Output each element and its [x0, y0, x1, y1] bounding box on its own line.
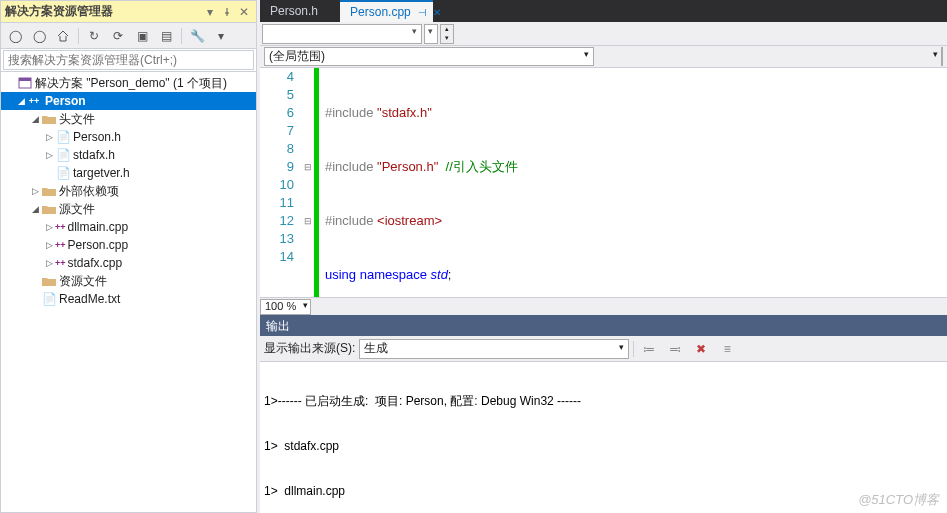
file-dllmain-cpp[interactable]: ▷++dllmain.cpp — [1, 218, 256, 236]
fold-column[interactable]: ⊟⊟ — [302, 68, 314, 297]
output-header[interactable]: 输出 — [260, 316, 947, 336]
nav-combo-left[interactable] — [262, 24, 422, 44]
nav-combo-extra[interactable] — [424, 24, 438, 44]
output-text[interactable]: 1>------ 已启动生成: 项目: Person, 配置: Debug Wi… — [260, 362, 947, 513]
project-node[interactable]: ◢++ Person — [1, 92, 256, 110]
panel-header: 解决方案资源管理器 ▾ ✕ — [1, 1, 256, 23]
nav-spinner[interactable]: ▴▾ — [440, 24, 454, 44]
preview-button[interactable]: ▾ — [210, 25, 232, 47]
close-icon[interactable]: ✕ — [433, 7, 441, 18]
find-msg-next-icon[interactable]: ≕ — [664, 338, 686, 360]
clear-icon[interactable]: ✖ — [690, 338, 712, 360]
file-readme[interactable]: 📄ReadMe.txt — [1, 290, 256, 308]
output-toolbar: 显示输出来源(S): 生成 ≔ ≕ ✖ ≡ — [260, 336, 947, 362]
explorer-toolbar: ◯ ◯ ↻ ⟳ ▣ ▤ 🔧 ▾ — [1, 23, 256, 49]
home-button[interactable] — [52, 25, 74, 47]
solution-tree[interactable]: 解决方案 "Person_demo" (1 个项目) ◢++ Person ◢ … — [1, 72, 256, 512]
code-editor[interactable]: 4567891011121314 ⊟⊟ #include "stdafx.h" … — [260, 68, 947, 297]
pin-icon[interactable]: ⊣ — [418, 7, 427, 18]
file-person-h[interactable]: ▷📄Person.h — [1, 128, 256, 146]
editor-tabs: Person.h Person.cpp⊣✕ — [260, 0, 947, 22]
properties-button[interactable]: 🔧 — [186, 25, 208, 47]
scope-bar: (全局范围) — [260, 46, 947, 68]
zoom-combo[interactable]: 100 % — [260, 299, 311, 315]
watermark: @51CTO博客 — [858, 491, 939, 509]
pin-icon[interactable] — [219, 4, 235, 20]
project-label: Person — [45, 94, 86, 108]
folder-label: 头文件 — [59, 111, 95, 128]
back-button[interactable]: ◯ — [4, 25, 26, 47]
toggle-wrap-icon[interactable]: ≡ — [716, 338, 738, 360]
folder-label: 资源文件 — [59, 273, 107, 290]
code-content[interactable]: #include "stdafx.h" #include "Person.h" … — [319, 68, 947, 297]
member-combo[interactable] — [941, 47, 943, 66]
folder-headers[interactable]: ◢ 头文件 — [1, 110, 256, 128]
window-position-icon[interactable]: ▾ — [202, 4, 218, 20]
show-all-button[interactable]: ▤ — [155, 25, 177, 47]
nav-bar: ▴▾ — [260, 22, 947, 46]
collapse-button[interactable]: ▣ — [131, 25, 153, 47]
output-source-combo[interactable]: 生成 — [359, 339, 629, 359]
file-targetver-h[interactable]: 📄targetver.h — [1, 164, 256, 182]
find-msg-prev-icon[interactable]: ≔ — [638, 338, 660, 360]
file-stdafx-h[interactable]: ▷📄stdafx.h — [1, 146, 256, 164]
file-person-cpp[interactable]: ▷++Person.cpp — [1, 236, 256, 254]
tab-person-cpp[interactable]: Person.cpp⊣✕ — [340, 0, 433, 22]
solution-explorer-panel: 解决方案资源管理器 ▾ ✕ ◯ ◯ ↻ ⟳ ▣ ▤ 🔧 ▾ 解决方案 "Pers… — [0, 0, 257, 513]
folder-label: 源文件 — [59, 201, 95, 218]
line-numbers: 4567891011121314 — [260, 68, 302, 297]
output-source-label: 显示输出来源(S): — [264, 340, 355, 357]
folder-label: 外部依赖项 — [59, 183, 119, 200]
file-stdafx-cpp[interactable]: ▷++stdafx.cpp — [1, 254, 256, 272]
folder-source[interactable]: ◢ 源文件 — [1, 200, 256, 218]
refresh-button[interactable]: ⟳ — [107, 25, 129, 47]
forward-button[interactable]: ◯ — [28, 25, 50, 47]
folder-resource[interactable]: 资源文件 — [1, 272, 256, 290]
close-icon[interactable]: ✕ — [236, 4, 252, 20]
panel-title: 解决方案资源管理器 — [5, 3, 201, 20]
zoom-bar: 100 % — [260, 297, 947, 315]
output-panel: 输出 显示输出来源(S): 生成 ≔ ≕ ✖ ≡ 1>------ 已启动生成:… — [260, 315, 947, 513]
search-input[interactable] — [3, 50, 254, 70]
folder-external[interactable]: ▷ 外部依赖项 — [1, 182, 256, 200]
solution-node[interactable]: 解决方案 "Person_demo" (1 个项目) — [1, 74, 256, 92]
sync-button[interactable]: ↻ — [83, 25, 105, 47]
svg-rect-1 — [19, 78, 31, 81]
tab-person-h[interactable]: Person.h — [260, 0, 340, 22]
solution-label: 解决方案 "Person_demo" (1 个项目) — [35, 75, 227, 92]
scope-combo[interactable]: (全局范围) — [264, 47, 594, 66]
main-area: Person.h Person.cpp⊣✕ ▴▾ (全局范围) 45678910… — [260, 0, 947, 513]
